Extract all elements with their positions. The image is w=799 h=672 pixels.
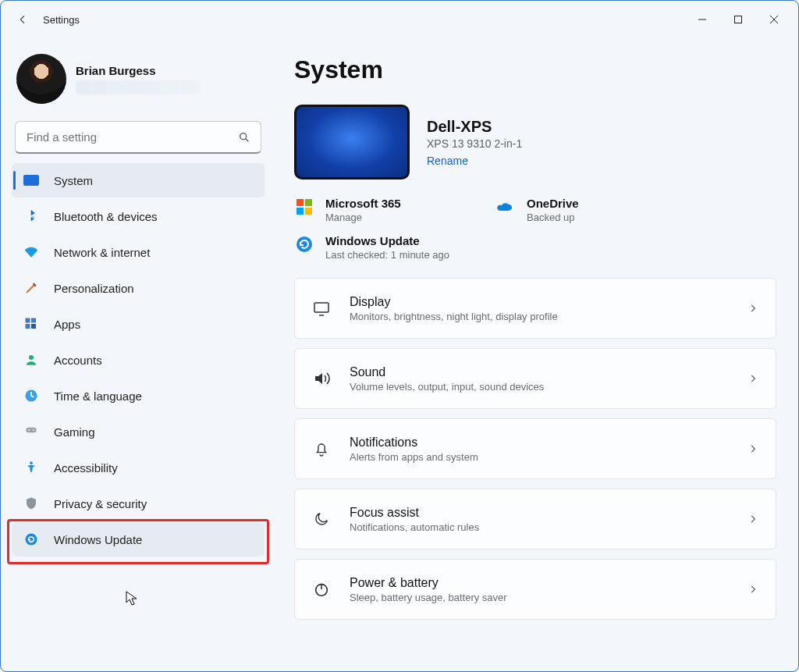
system-icon — [23, 172, 40, 189]
svg-rect-5 — [31, 324, 36, 329]
sidebar-item-gaming[interactable]: Gaming — [12, 414, 265, 449]
chevron-right-icon — [748, 373, 758, 384]
svg-rect-15 — [297, 208, 304, 215]
shield-icon — [23, 495, 40, 512]
close-button[interactable] — [756, 7, 792, 32]
card-sub: Monitors, brightness, night light, displ… — [350, 311, 729, 322]
svg-rect-14 — [305, 199, 312, 206]
apps-icon — [23, 315, 40, 332]
chevron-right-icon — [748, 303, 758, 314]
device-name: Dell-XPS — [427, 118, 522, 136]
accessibility-icon — [23, 459, 40, 476]
search-box — [15, 121, 261, 154]
sidebar-item-label: Bluetooth & devices — [54, 210, 158, 223]
search-icon — [238, 131, 250, 144]
update-icon — [23, 531, 40, 548]
card-title: Power & battery — [350, 576, 729, 590]
clock-globe-icon — [23, 387, 40, 404]
status-windows-update[interactable]: Windows Update Last checked: 1 minute ag… — [294, 234, 528, 261]
search-input[interactable] — [15, 121, 261, 154]
gamepad-icon — [23, 423, 40, 440]
page-title: System — [294, 55, 776, 84]
microsoft-365-icon — [294, 197, 314, 217]
profile[interactable]: Brian Burgess — [10, 48, 266, 116]
sidebar-item-system[interactable]: System — [12, 163, 265, 197]
svg-rect-4 — [26, 324, 30, 329]
svg-point-11 — [30, 461, 33, 464]
main-content: System Dell-XPS XPS 13 9310 2-in-1 Renam… — [275, 38, 798, 671]
sidebar-item-label: Time & language — [54, 389, 142, 403]
avatar — [16, 54, 66, 104]
card-sub: Notifications, automatic rules — [350, 521, 729, 533]
card-title: Display — [350, 295, 729, 309]
wifi-icon — [23, 244, 40, 261]
sidebar-item-label: Gaming — [54, 425, 95, 439]
status-title: OneDrive — [527, 197, 579, 210]
sidebar-item-label: Apps — [54, 318, 80, 331]
sidebar-item-network[interactable]: Network & internet — [12, 235, 265, 269]
moon-icon — [312, 510, 331, 528]
sidebar-item-apps[interactable]: Apps — [12, 307, 265, 341]
rename-link[interactable]: Rename — [427, 155, 522, 167]
sidebar-item-windows-update[interactable]: Windows Update — [12, 522, 265, 556]
card-sub: Volume levels, output, input, sound devi… — [350, 381, 729, 393]
profile-email-hidden — [76, 80, 201, 94]
sidebar-item-time-language[interactable]: Time & language — [12, 379, 265, 413]
status-sub: Manage — [325, 212, 401, 223]
window-controls — [684, 7, 792, 32]
back-button[interactable] — [7, 4, 38, 35]
svg-point-1 — [240, 133, 247, 140]
sidebar-item-label: Personalization — [54, 282, 134, 295]
paintbrush-icon — [23, 279, 40, 297]
svg-rect-8 — [26, 428, 36, 433]
chevron-right-icon — [748, 443, 758, 454]
svg-point-17 — [297, 236, 312, 252]
onedrive-icon — [495, 197, 516, 217]
svg-point-9 — [28, 429, 30, 431]
sidebar-item-label: Windows Update — [54, 533, 142, 546]
card-sound[interactable]: Sound Volume levels, output, input, soun… — [294, 348, 776, 409]
card-sub: Sleep, battery usage, battery saver — [350, 592, 729, 603]
card-display[interactable]: Display Monitors, brightness, night ligh… — [294, 278, 776, 339]
maximize-button[interactable] — [720, 7, 756, 32]
svg-rect-16 — [305, 208, 312, 215]
sidebar-item-label: Accessibility — [54, 461, 118, 475]
card-title: Sound — [350, 365, 729, 379]
sidebar-item-personalization[interactable]: Personalization — [12, 271, 265, 305]
card-sub: Alerts from apps and system — [350, 451, 729, 463]
status-title: Microsoft 365 — [325, 197, 401, 210]
minimize-button[interactable] — [684, 7, 720, 32]
sidebar-item-accounts[interactable]: Accounts — [12, 343, 265, 377]
card-notifications[interactable]: Notifications Alerts from apps and syste… — [294, 418, 776, 479]
sidebar-nav: System Bluetooth & devices Network & int… — [10, 163, 266, 556]
profile-name: Brian Burgess — [76, 64, 201, 77]
card-title: Focus assist — [350, 506, 729, 520]
status-ms365[interactable]: Microsoft 365 Manage — [294, 197, 458, 223]
svg-rect-2 — [26, 318, 30, 323]
status-sub: Backed up — [527, 212, 579, 223]
sound-icon — [312, 369, 331, 388]
sidebar-item-label: Accounts — [54, 354, 102, 367]
sidebar-item-privacy[interactable]: Privacy & security — [12, 486, 265, 521]
svg-rect-18 — [314, 303, 328, 312]
bluetooth-icon — [23, 208, 40, 225]
svg-point-12 — [26, 534, 37, 546]
power-icon — [312, 580, 331, 599]
sidebar-item-accessibility[interactable]: Accessibility — [12, 450, 265, 485]
person-icon — [23, 351, 40, 368]
chevron-right-icon — [748, 584, 758, 595]
card-power-battery[interactable]: Power & battery Sleep, battery usage, ba… — [294, 559, 776, 620]
svg-rect-0 — [735, 16, 742, 23]
card-focus-assist[interactable]: Focus assist Notifications, automatic ru… — [294, 489, 776, 549]
device-model: XPS 13 9310 2-in-1 — [427, 137, 522, 150]
status-grid: Microsoft 365 Manage OneDrive Backed up — [294, 197, 731, 261]
svg-point-6 — [29, 355, 34, 360]
card-title: Notifications — [350, 436, 729, 450]
sidebar-item-bluetooth[interactable]: Bluetooth & devices — [12, 199, 265, 233]
sidebar: Brian Burgess System Bluetooth & devices… — [1, 38, 275, 671]
bell-icon — [312, 439, 331, 458]
svg-rect-13 — [297, 199, 304, 206]
chevron-right-icon — [748, 514, 758, 524]
display-icon — [312, 299, 331, 318]
status-onedrive[interactable]: OneDrive Backed up — [495, 197, 659, 223]
